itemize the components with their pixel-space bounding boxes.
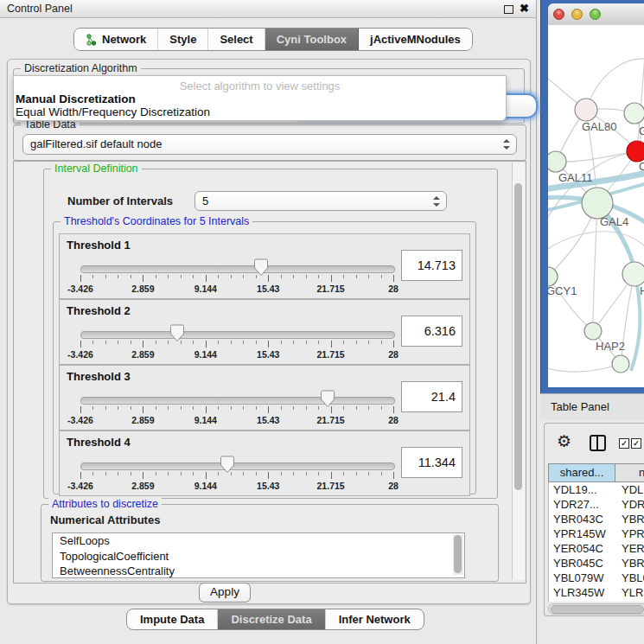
tick-mark	[318, 275, 319, 278]
network-node[interactable]	[627, 141, 644, 162]
slider-track[interactable]	[80, 265, 395, 273]
network-edge[interactable]	[593, 203, 597, 331]
table-data-combobox[interactable]: galFiltered.sif default node	[22, 134, 517, 155]
close-icon[interactable]: ✖	[520, 1, 529, 16]
table-row[interactable]: YPR145WYPR1	[549, 526, 644, 541]
scrollbar-thumb[interactable]	[514, 183, 522, 490]
network-node[interactable]	[548, 151, 566, 172]
tick-mark	[381, 341, 382, 344]
column-header-name[interactable]: n	[615, 464, 644, 481]
slider-track[interactable]	[80, 462, 395, 470]
tick-label: -3.426	[67, 284, 93, 294]
node-label: GAL11	[558, 171, 593, 184]
column-header-shared-name[interactable]: shared...	[549, 464, 615, 481]
table-row[interactable]: YBR045CYBR0	[549, 556, 644, 571]
tab-label: Cyni Toolbox	[277, 33, 347, 46]
tab-select[interactable]: Select	[208, 29, 265, 50]
threshold-value-field[interactable]: 11.344	[401, 447, 462, 478]
float-window-icon[interactable]	[504, 5, 513, 14]
number-of-intervals-combobox[interactable]: 5	[194, 191, 447, 211]
tab-jactivemnodules[interactable]: jActiveMNodules	[359, 29, 472, 50]
network-node[interactable]	[548, 267, 558, 286]
slider-track[interactable]	[80, 397, 395, 405]
scrollbar-thumb[interactable]	[551, 605, 644, 614]
zoom-traffic-light[interactable]	[590, 9, 601, 20]
tick-mark	[118, 472, 118, 475]
network-edge-thick[interactable]	[631, 276, 640, 371]
tab-network[interactable]: Network	[74, 29, 158, 50]
slider-thumb[interactable]	[321, 390, 335, 407]
checkbox-icon[interactable]: ✓	[619, 438, 629, 449]
close-traffic-light[interactable]	[553, 9, 564, 20]
tick-label: 21.715	[317, 349, 345, 360]
cell-name: YLR3	[619, 585, 644, 600]
cell-name: YBL0	[619, 571, 644, 585]
tick-mark	[181, 406, 182, 410]
tab-impute-data[interactable]: Impute Data	[127, 609, 218, 629]
tab-style[interactable]: Style	[158, 29, 208, 50]
threshold-value-field[interactable]: 21.4	[401, 381, 462, 412]
table-row[interactable]: YBR043CYBR0	[549, 512, 644, 526]
vertical-scrollbar[interactable]	[512, 163, 525, 580]
slider-track[interactable]	[80, 331, 395, 339]
apply-button[interactable]: Apply	[199, 583, 251, 603]
combo-arrows-icon	[433, 196, 441, 207]
tick-label: 28	[388, 415, 399, 425]
algorithm-option-equal-width[interactable]: Equal Width/Frequency Discretization	[16, 105, 210, 118]
network-node[interactable]	[584, 322, 602, 340]
list-item[interactable]: TopologicalCoefficient	[53, 549, 464, 564]
tab-discretize-data[interactable]: Discretize Data	[218, 609, 325, 629]
slider-thumb[interactable]	[220, 456, 234, 473]
cell-shared-name: YER054C	[549, 541, 619, 556]
table-row[interactable]: YBL079WYBL0	[549, 571, 644, 585]
tick-mark	[193, 275, 194, 278]
network-node[interactable]	[612, 355, 629, 373]
scrollbar-thumb[interactable]	[454, 535, 462, 573]
top-tab-bar: Network Style Select Cyni Toolbox jActiv…	[73, 28, 473, 51]
threshold-value-field[interactable]: 14.713	[401, 250, 462, 281]
network-canvas[interactable]: GAL80GCGAL11GAL4GCY1HHAP2	[548, 25, 644, 387]
table-body[interactable]: YDL19...YDL1YDR27...YDR2YBR043CYBR0YPR14…	[548, 482, 644, 602]
network-node[interactable]	[622, 262, 644, 286]
slider-thumb[interactable]	[170, 324, 184, 341]
network-window-titlebar	[548, 3, 644, 26]
attributes-scrollbar[interactable]	[453, 534, 463, 575]
tab-infer-network[interactable]: Infer Network	[326, 609, 424, 629]
network-edge[interactable]	[556, 151, 637, 162]
combo-arrows-icon	[503, 139, 511, 150]
table-row[interactable]: YIL052CYIL0	[549, 600, 644, 602]
node-label: GCY1	[548, 284, 577, 297]
network-node[interactable]	[582, 188, 613, 219]
split-columns-icon[interactable]	[590, 435, 606, 451]
tick-mark	[368, 406, 369, 410]
network-edge[interactable]	[548, 364, 621, 372]
list-item[interactable]: BetweennessCentrality	[53, 564, 464, 578]
slider-thumb[interactable]	[254, 258, 268, 276]
threshold-value-field[interactable]: 6.316	[401, 316, 462, 347]
slider-tick-labels: -3.4262.8599.14415.4321.71528	[80, 415, 393, 425]
bottom-tab-bar: Impute Data Discretize Data Infer Networ…	[126, 609, 424, 630]
tick-label: 2.859	[131, 349, 154, 360]
table-row[interactable]: YDR27...YDR2	[549, 497, 644, 512]
gear-icon[interactable]: ⚙	[557, 431, 571, 451]
tab-cyni-toolbox[interactable]: Cyni Toolbox	[265, 29, 359, 50]
network-node[interactable]	[624, 103, 644, 124]
minimize-traffic-light[interactable]	[571, 9, 583, 20]
horizontal-scrollbar[interactable]	[548, 603, 644, 615]
table-row[interactable]: YDL19...YDL1	[549, 482, 644, 497]
tab-label: Impute Data	[140, 613, 204, 626]
tab-label: Network	[102, 33, 146, 46]
checkbox-icon[interactable]: ✓	[631, 438, 641, 449]
table-row[interactable]: YLR345WYLR3	[549, 585, 644, 600]
cell-name: YER0	[619, 541, 644, 556]
tick-mark	[80, 275, 81, 282]
cell-name: YDL1	[619, 482, 644, 497]
network-node[interactable]	[575, 99, 597, 121]
table-data-group: Table Data galFiltered.sif default node	[13, 124, 526, 161]
table-panel: ⚙ ✓ ✓ shared... n YDL19...YDL1YDR27...YD…	[544, 423, 644, 616]
numerical-attributes-list[interactable]: SelfLoopsTopologicalCoefficientBetweenne…	[52, 532, 465, 578]
table-row[interactable]: YER054CYER0	[549, 541, 644, 556]
list-item[interactable]: SelfLoops	[53, 533, 464, 549]
algorithm-option-manual[interactable]: Manual Discretization	[16, 92, 136, 105]
node-label: HAP2	[596, 340, 625, 353]
